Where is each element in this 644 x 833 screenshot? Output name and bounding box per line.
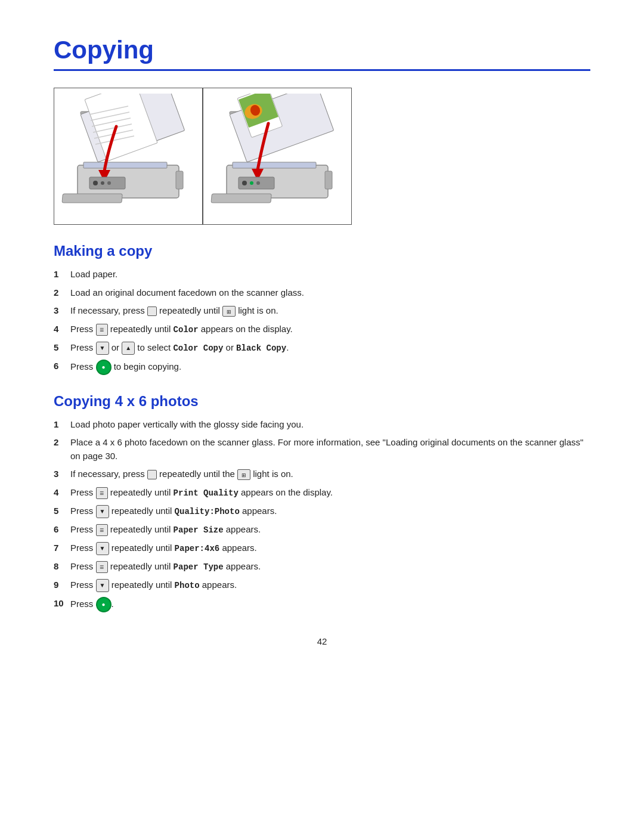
- go-btn-icon: ●: [96, 360, 112, 375]
- go-btn-icon2: ●: [96, 597, 112, 612]
- small-square-btn-icon: [147, 306, 157, 316]
- step-5: 5 Press ▼ or ▲ to select Color Copy or B…: [54, 341, 590, 355]
- photo-step-5: 5 Press ▼ repeatedly until Quality:Photo…: [54, 504, 590, 518]
- menu-btn-icon: [96, 324, 108, 336]
- step-3: 3 If necessary, press repeatedly until ⊞…: [54, 304, 590, 318]
- photo-step-4: 4 Press repeatedly until Print Quality a…: [54, 486, 590, 500]
- photo-step-8: 8 Press repeatedly until Paper Type appe…: [54, 560, 590, 574]
- section1-title: Making a copy: [54, 243, 590, 259]
- down-btn-icon3: ▼: [96, 542, 109, 555]
- scanner-illustrations: [54, 88, 352, 225]
- svg-point-31: [256, 181, 260, 185]
- title-divider: [54, 69, 590, 71]
- svg-rect-21: [233, 162, 316, 168]
- step-6: 6 Press ● to begin copying.: [54, 360, 590, 375]
- photo-step-10: 10 Press ●.: [54, 597, 590, 612]
- copy-light-icon2: ⊞: [237, 469, 250, 480]
- photo-step-1: 1 Load photo paper vertically with the g…: [54, 418, 590, 432]
- svg-rect-3: [83, 162, 167, 168]
- svg-rect-32: [325, 171, 332, 189]
- menu-btn-icon3: [96, 524, 108, 536]
- copying-photos-steps: 1 Load photo paper vertically with the g…: [54, 418, 590, 612]
- menu-btn-icon2: [96, 487, 108, 499]
- step-1: 1 Load paper.: [54, 268, 590, 281]
- scanner-image-right: [203, 88, 352, 225]
- step-2: 2 Load an original document facedown on …: [54, 286, 590, 300]
- making-copy-steps: 1 Load paper. 2 Load an original documen…: [54, 268, 590, 375]
- svg-point-29: [242, 181, 247, 185]
- svg-rect-12: [62, 194, 122, 203]
- down-btn-icon2: ▼: [96, 505, 109, 518]
- down-btn-icon4: ▼: [96, 579, 109, 592]
- photo-step-6: 6 Press repeatedly until Paper Size appe…: [54, 523, 590, 537]
- page-title: Copying: [54, 36, 590, 64]
- up-btn-icon: ▲: [122, 342, 135, 355]
- down-btn-icon: ▼: [96, 342, 109, 355]
- page-number: 42: [54, 636, 590, 646]
- section2-title: Copying 4 x 6 photos: [54, 393, 590, 410]
- photo-step-7: 7 Press ▼ repeatedly until Paper:4x6 app…: [54, 541, 590, 555]
- scanner-image-left: [54, 88, 203, 225]
- step-4: 4 Press repeatedly until Color appears o…: [54, 323, 590, 336]
- photo-step-9: 9 Press ▼ repeatedly until Photo appears…: [54, 578, 590, 592]
- svg-point-14: [93, 181, 98, 185]
- photo-step-2: 2 Place a 4 x 6 photo facedown on the sc…: [54, 436, 590, 463]
- svg-point-15: [101, 181, 104, 185]
- menu-btn-icon4: [96, 561, 108, 573]
- small-square-btn-icon2: [147, 470, 157, 479]
- svg-rect-17: [176, 171, 183, 189]
- photo-step-3: 3 If necessary, press repeatedly until t…: [54, 467, 590, 481]
- svg-point-30: [250, 181, 253, 185]
- svg-point-16: [107, 181, 111, 185]
- copy-light-icon: ⊞: [222, 306, 236, 317]
- svg-rect-27: [211, 194, 271, 203]
